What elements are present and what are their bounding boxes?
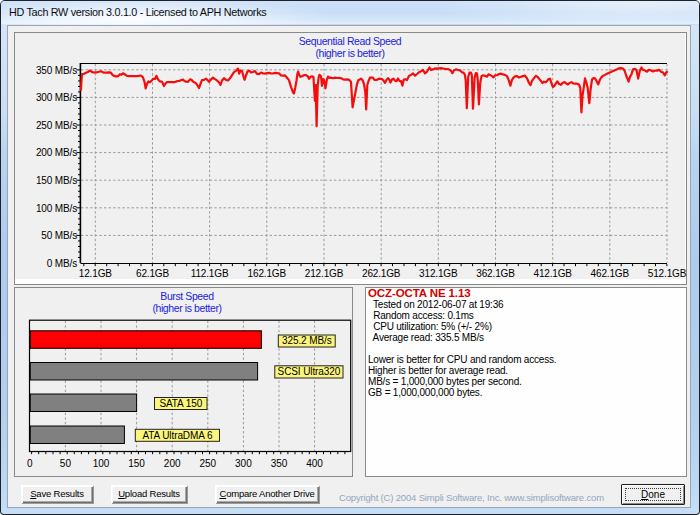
svg-text:62.1GB: 62.1GB xyxy=(136,268,169,279)
svg-text:12.1GB: 12.1GB xyxy=(79,268,112,279)
svg-text:150 MB/s: 150 MB/s xyxy=(36,175,77,186)
svg-text:200: 200 xyxy=(164,458,181,469)
svg-text:0 MB/s: 0 MB/s xyxy=(47,258,77,269)
svg-text:400: 400 xyxy=(306,458,323,469)
svg-text:250: 250 xyxy=(199,458,216,469)
svg-text:50 MB/s: 50 MB/s xyxy=(41,230,77,241)
svg-text:300 MB/s: 300 MB/s xyxy=(36,92,77,103)
svg-text:100: 100 xyxy=(93,458,110,469)
svg-text:350: 350 xyxy=(271,458,288,469)
svg-text:350 MB/s: 350 MB/s xyxy=(36,65,77,76)
svg-text:300: 300 xyxy=(235,458,252,469)
svg-text:SCSI Ultra320: SCSI Ultra320 xyxy=(278,366,341,377)
svg-text:325.2 MB/s: 325.2 MB/s xyxy=(282,335,332,346)
svg-text:ATA UltraDMA 6: ATA UltraDMA 6 xyxy=(142,430,212,441)
svg-text:200 MB/s: 200 MB/s xyxy=(36,147,77,158)
svg-text:112.1GB: 112.1GB xyxy=(191,268,229,279)
svg-text:100 MB/s: 100 MB/s xyxy=(36,203,77,214)
svg-text:262.1GB: 262.1GB xyxy=(362,268,401,279)
svg-text:412.1GB: 412.1GB xyxy=(533,268,572,279)
svg-text:(higher is better): (higher is better) xyxy=(152,302,221,314)
svg-text:Sequential Read Speed: Sequential Read Speed xyxy=(299,35,402,47)
svg-text:512.1GB: 512.1GB xyxy=(648,268,687,279)
svg-text:362.1GB: 362.1GB xyxy=(476,268,515,279)
svg-text:162.1GB: 162.1GB xyxy=(248,268,287,279)
svg-text:150: 150 xyxy=(128,458,145,469)
svg-text:Burst Speed: Burst Speed xyxy=(160,290,214,302)
svg-text:0: 0 xyxy=(27,458,33,469)
svg-text:250 MB/s: 250 MB/s xyxy=(36,120,77,131)
svg-text:312.1GB: 312.1GB xyxy=(419,268,458,279)
svg-text:212.1GB: 212.1GB xyxy=(305,268,344,279)
svg-text:(higher is better): (higher is better) xyxy=(315,47,384,59)
svg-text:462.1GB: 462.1GB xyxy=(591,268,630,279)
svg-text:SATA 150: SATA 150 xyxy=(159,398,202,409)
svg-text:50: 50 xyxy=(60,458,72,469)
